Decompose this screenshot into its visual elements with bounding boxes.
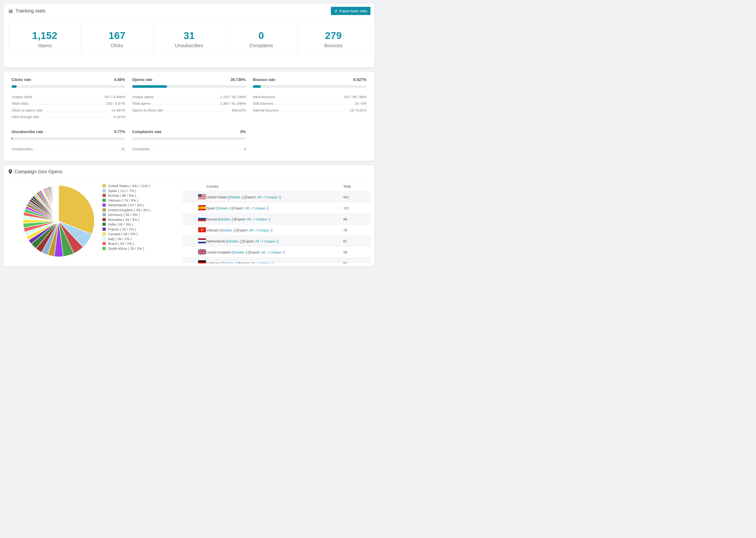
flag-cell — [182, 191, 206, 202]
legend-item[interactable]: Brazil ( 33 / 2% ) — [102, 241, 182, 246]
page: Tracking stats Export basic stats 1,152O… — [0, 0, 378, 272]
progress-bar-track — [12, 85, 125, 88]
details-link[interactable]: Details › — [219, 217, 232, 221]
metric-value: 167 / 4.456% — [104, 95, 125, 99]
details-link[interactable]: Details › — [233, 250, 246, 254]
rate-metric-list: Unsubscribes31 — [12, 144, 125, 151]
flag-cell — [182, 247, 206, 258]
geo-pie-wrap — [9, 178, 102, 259]
export-unique-link[interactable]: Unique › — [258, 228, 271, 232]
stat-label: Bounces — [324, 43, 343, 48]
progress-bar-fill — [132, 85, 167, 88]
details-link[interactable]: Details › — [229, 195, 242, 199]
legend-item[interactable]: India ( 46 / 3% ) — [102, 222, 182, 227]
country-cell: United Kingdom [Details ›] [Export: All … — [206, 247, 343, 258]
dotted-leader — [281, 111, 348, 111]
legend-item[interactable]: United States ( 541 / 31% ) — [102, 184, 182, 188]
legend-swatch — [102, 213, 106, 216]
metric-label: Total opens — [132, 101, 150, 105]
flag-ru-icon — [198, 216, 206, 221]
rate-panel-unsubscribe-rate: Unsubscribe rate0.77%Unsubscribes31 — [12, 130, 125, 151]
map-pin-icon — [9, 169, 12, 174]
tracking-stats-body: 1,152Opens167Clicks31Unsubscribes0Compla… — [4, 18, 374, 67]
metric-value: 31 — [121, 147, 125, 151]
metric-row: Unique opens1,152 / 30.736% — [132, 92, 246, 99]
metric-row: Internal bounces19 / 6.81% — [253, 105, 366, 112]
stat-label: Opens — [38, 43, 52, 48]
export-all-link[interactable]: All › — [250, 261, 257, 263]
details-link[interactable]: Details › — [221, 228, 234, 232]
metric-row: Soft bounces18 / 0% — [253, 99, 366, 106]
legend-item[interactable]: Netherlands ( 67 / 4% ) — [102, 203, 182, 208]
flag-cell — [182, 214, 206, 225]
legend-item[interactable]: Romania ( 49 / 3% ) — [102, 217, 182, 222]
total-cell: 67 — [343, 236, 371, 247]
export-all-link[interactable]: All › — [255, 239, 261, 243]
legend-item[interactable]: France ( 42 / 2% ) — [102, 227, 182, 232]
export-all-link[interactable]: All › — [247, 217, 253, 221]
export-unique-link[interactable]: Unique › — [270, 250, 284, 254]
metric-label: Clicks to opens rate — [12, 108, 42, 112]
legend-swatch — [102, 218, 106, 221]
legend-item[interactable]: Canada ( 40 / 2% ) — [102, 232, 182, 237]
export-all-link[interactable]: All › — [261, 250, 267, 254]
rate-panel-head: Clicks rate4.46% — [12, 78, 125, 82]
metric-row: Hard bounces242 / 86.738% — [253, 92, 366, 99]
export-all-link[interactable]: All › — [249, 228, 255, 232]
details-link[interactable]: Details › — [223, 261, 236, 263]
metric-row: Total clicks220 / 5.87% — [12, 99, 125, 106]
export-basic-stats-button[interactable]: Export basic stats — [331, 7, 370, 15]
rate-panel-bounce-rate: Bounce rate6.927%Hard bounces242 / 86.73… — [253, 78, 366, 119]
export-unique-link[interactable]: Unique › — [256, 217, 269, 221]
metric-label: Soft bounces — [253, 101, 274, 105]
legend-label: Netherlands ( 67 / 4% ) — [108, 203, 144, 207]
total-cell: 541 — [343, 191, 371, 202]
legend-item[interactable]: Russia ( 86 / 5% ) — [102, 193, 182, 198]
rate-title: Bounce rate — [253, 78, 353, 82]
rate-panel-clicks-rate: Clicks rate4.46%Unique clicks167 / 4.456… — [12, 78, 125, 119]
flag-cell — [182, 236, 206, 247]
stat-box-clicks: 167Clicks — [81, 23, 153, 56]
legend-swatch — [102, 237, 106, 241]
legend-swatch — [102, 223, 106, 226]
legend-label: United States ( 541 / 31% ) — [108, 184, 150, 188]
country-cell: United States [Details ›] [Export: All ›… — [206, 191, 343, 202]
country-cell: Russia [Details ›] [Export: All › / Uniq… — [206, 214, 343, 225]
export-unique-link[interactable]: Unique › — [266, 195, 280, 199]
details-link[interactable]: Details › — [227, 239, 240, 243]
geo-card-bottom-padding — [4, 263, 374, 266]
export-unique-link[interactable]: Unique › — [264, 239, 278, 243]
total-cell: 79 — [343, 225, 371, 236]
rate-value: 0% — [240, 130, 246, 134]
rate-title: Opens rate — [132, 78, 231, 82]
total-cell: 121 — [343, 202, 371, 214]
rate-panel-head: Bounce rate6.927% — [253, 78, 366, 82]
export-all-link[interactable]: All › — [257, 195, 263, 199]
details-link[interactable]: Details › — [217, 206, 230, 210]
legend-label: Vietnam ( 79 / 5% ) — [108, 198, 138, 202]
legend-item[interactable]: Germany ( 55 / 3% ) — [102, 212, 182, 217]
legend-item[interactable]: Italy ( 36 / 2% ) — [102, 237, 182, 241]
flag-nl-icon — [198, 238, 206, 243]
legend-item[interactable]: South Africa ( 29 / 2% ) — [102, 246, 182, 251]
rate-value: 30.736% — [231, 78, 246, 82]
country-name: United Kingdom — [206, 250, 232, 254]
stat-box-opens: 1,152Opens — [9, 23, 81, 56]
rates-grid: Clicks rate4.46%Unique clicks167 / 4.456… — [4, 72, 374, 161]
legend-item[interactable]: Spain ( 121 / 7% ) — [102, 188, 182, 193]
legend-swatch — [102, 203, 106, 207]
legend-swatch — [102, 208, 106, 212]
dotted-leader — [151, 150, 242, 150]
rate-metric-list: Complaints0 — [132, 144, 246, 151]
total-column-header: Total — [343, 181, 371, 191]
export-all-link[interactable]: All › — [245, 206, 251, 210]
export-unique-link[interactable]: Unique › — [260, 261, 273, 263]
stat-box-complaints: 0Complaints — [225, 23, 297, 56]
geo-opens-header: Campaign Geo Opens — [4, 165, 374, 178]
export-unique-link[interactable]: Unique › — [254, 206, 267, 210]
legend-item[interactable]: Vietnam ( 79 / 5% ) — [102, 198, 182, 203]
stat-value: 167 — [109, 30, 126, 41]
legend-item[interactable]: United Kingdom ( 59 / 3% ) — [102, 207, 182, 212]
country-cell: Spain [Details ›] [Export: All › / Uniqu… — [206, 202, 343, 214]
dotted-leader — [41, 118, 112, 118]
